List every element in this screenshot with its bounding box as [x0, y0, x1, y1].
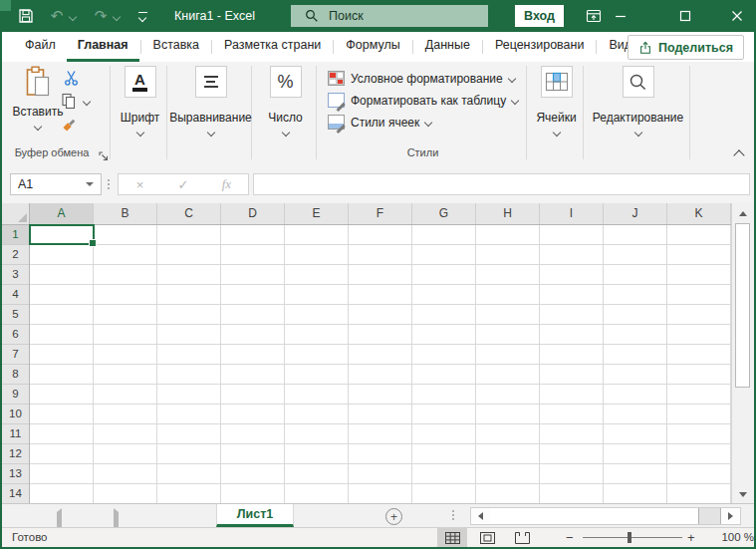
- chevron-down-icon: [281, 129, 289, 137]
- row-header-11[interactable]: 11: [2, 424, 29, 444]
- column-header-E[interactable]: E: [285, 203, 349, 224]
- chevron-down-icon: [34, 123, 42, 131]
- insert-function-icon[interactable]: fx: [205, 174, 248, 194]
- clipboard-paste-icon: [25, 66, 51, 100]
- minimize-button[interactable]: [604, 0, 637, 32]
- vertical-scrollbar[interactable]: [731, 203, 754, 503]
- zoom-slider-thumb[interactable]: [628, 532, 631, 543]
- copy-button[interactable]: [60, 92, 78, 110]
- column-header-A[interactable]: A: [30, 203, 94, 224]
- paste-button[interactable]: Вставить: [10, 66, 66, 130]
- customize-quick-access-toolbar-icon[interactable]: [131, 0, 153, 32]
- collapse-ribbon-icon[interactable]: [733, 149, 744, 160]
- undo-chevron-icon[interactable]: [69, 13, 77, 21]
- row-header-4[interactable]: 4: [2, 285, 29, 305]
- select-all-button[interactable]: [2, 203, 30, 225]
- tab-Данные[interactable]: Данные: [414, 32, 481, 62]
- conditional-formatting-button[interactable]: Условное форматирование: [328, 70, 515, 87]
- tab-Рецензировани[interactable]: Рецензировани: [484, 32, 596, 62]
- cancel-icon[interactable]: ×: [119, 174, 161, 194]
- redo-icon[interactable]: ↷: [90, 0, 112, 32]
- column-header-J[interactable]: J: [604, 203, 667, 224]
- ribbon: Вставить Буфе: [2, 62, 754, 167]
- tab-Формулы[interactable]: Формулы: [335, 32, 410, 62]
- vertical-scrollbar-thumb[interactable]: [735, 223, 750, 388]
- horizontal-scrollbar[interactable]: [470, 507, 741, 525]
- enter-icon[interactable]: ✓: [161, 174, 204, 194]
- format-as-table-button[interactable]: Форматировать как таблицу: [328, 92, 518, 109]
- row-header-10[interactable]: 10: [2, 405, 29, 424]
- name-box-dropdown-icon[interactable]: [86, 182, 94, 186]
- maximize-button[interactable]: [668, 0, 702, 32]
- tab-separator: [211, 40, 212, 54]
- sheet-tab-active[interactable]: Лист1: [216, 504, 294, 527]
- normal-view-button[interactable]: [437, 528, 467, 547]
- cell-styles-label: Стили ячеек: [351, 116, 419, 130]
- cell-styles-button[interactable]: Стили ячеек: [328, 114, 431, 131]
- save-icon[interactable]: [12, 0, 40, 32]
- row-header-13[interactable]: 13: [2, 464, 29, 484]
- page-break-preview-button[interactable]: [507, 528, 537, 547]
- cells-group-button[interactable]: Ячейки: [528, 66, 585, 136]
- row-header-6[interactable]: 6: [2, 325, 29, 345]
- column-header-D[interactable]: D: [221, 203, 285, 224]
- column-header-I[interactable]: I: [540, 203, 604, 224]
- column-header-G[interactable]: G: [412, 203, 476, 224]
- number-group-button[interactable]: % Число: [253, 66, 318, 136]
- zoom-level[interactable]: 100 %: [709, 528, 754, 547]
- page-layout-view-button[interactable]: [472, 528, 502, 547]
- scroll-right-icon[interactable]: [720, 508, 740, 524]
- zoom-slider[interactable]: [583, 537, 682, 538]
- formula-bar-drag-handle[interactable]: [108, 179, 110, 189]
- undo-icon[interactable]: ↶: [46, 0, 68, 32]
- search-box[interactable]: Поиск: [291, 5, 488, 27]
- row-header-14[interactable]: 14: [2, 484, 29, 503]
- row-header-3[interactable]: 3: [2, 265, 29, 285]
- sheetbar-drag-handle[interactable]: [452, 510, 454, 520]
- row-header-1[interactable]: 1: [2, 225, 29, 245]
- fill-handle[interactable]: [89, 239, 97, 247]
- add-sheet-button[interactable]: +: [385, 508, 402, 525]
- redo-chevron-icon[interactable]: [113, 13, 121, 21]
- window-title: Книга1 - Excel: [174, 0, 255, 32]
- editing-group-button[interactable]: Редактирование: [585, 66, 691, 136]
- scroll-down-icon[interactable]: [732, 485, 754, 503]
- row-header-12[interactable]: 12: [2, 444, 29, 464]
- clipboard-dialog-launcher-icon[interactable]: [99, 147, 109, 165]
- column-header-K[interactable]: K: [667, 203, 731, 224]
- tab-Разметка страни[interactable]: Разметка страни: [213, 32, 332, 62]
- tab-Файл[interactable]: Файл: [14, 32, 67, 62]
- zoom-in-button[interactable]: +: [687, 528, 695, 547]
- sign-in-button[interactable]: Вход: [515, 5, 564, 27]
- row-header-8[interactable]: 8: [2, 365, 29, 385]
- percent-icon: %: [270, 66, 302, 98]
- format-painter-button[interactable]: [60, 117, 78, 135]
- clipboard-group-label: Буфер обмена: [2, 146, 102, 158]
- alignment-group-button[interactable]: Выравнивание: [168, 66, 253, 136]
- scroll-left-icon[interactable]: [471, 508, 491, 524]
- font-group-button[interactable]: А Шрифт: [112, 66, 168, 136]
- name-box[interactable]: A1: [10, 173, 102, 195]
- column-header-H[interactable]: H: [476, 203, 540, 224]
- cut-button[interactable]: [62, 69, 80, 87]
- share-button[interactable]: Поделиться: [628, 35, 744, 60]
- chevron-down-icon: [507, 74, 515, 82]
- formula-input[interactable]: [253, 173, 750, 195]
- row-header-9[interactable]: 9: [2, 385, 29, 405]
- group-separator: [110, 66, 111, 159]
- tab-Вставка[interactable]: Вставка: [142, 32, 210, 62]
- copy-chevron-icon[interactable]: [83, 98, 91, 106]
- column-header-C[interactable]: C: [157, 203, 221, 224]
- close-button[interactable]: [720, 0, 754, 32]
- row-header-5[interactable]: 5: [2, 305, 29, 325]
- column-header-B[interactable]: B: [94, 203, 157, 224]
- tab-Главная[interactable]: Главная: [67, 32, 139, 62]
- column-header-F[interactable]: F: [349, 203, 412, 224]
- cells-area[interactable]: [30, 225, 731, 503]
- row-header-2[interactable]: 2: [2, 245, 29, 265]
- row-header-7[interactable]: 7: [2, 345, 29, 365]
- zoom-out-button[interactable]: −: [566, 528, 574, 547]
- conditional-formatting-label: Условное форматирование: [351, 72, 503, 86]
- scroll-up-icon[interactable]: [732, 204, 754, 222]
- horizontal-scrollbar-thumb[interactable]: [490, 508, 699, 524]
